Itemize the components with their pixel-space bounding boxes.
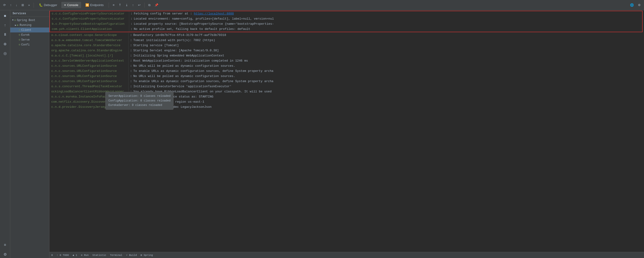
- log-colon: :: [129, 11, 134, 16]
- status-bar: 0 ↑ 0 TODO ▲ 1 ⊙ Run Statistic Terminal …: [50, 252, 644, 258]
- log-message: You already have RibbonLoadBalancerClien…: [133, 89, 644, 94]
- list-button[interactable]: ≡: [2, 241, 9, 249]
- log-message: BeanFactory id=0b7b7fce-6fc4-3170-bc7f-a…: [133, 33, 644, 38]
- tab-console-label: Console: [67, 3, 78, 7]
- toolbar-separator-1: [34, 2, 34, 8]
- toolbar: ⟳ ↑ ↓ ⊞ » 🐛 Debugger ≡ Console 🔀 Endpoin…: [0, 0, 644, 10]
- log-source: o.a.c.c.C.[Tomcat].[localhost].[/]: [50, 53, 129, 58]
- sidebar-tree: ▼ ⚙ Spring Boot ▶ ▶ Running ⚙ Client ⚙ E…: [10, 17, 49, 258]
- log-line: com.yzh.client1.ClientApplication : No a…: [50, 26, 642, 32]
- log-line: o.s.cloud.context.scope.GenericScope : B…: [50, 33, 644, 38]
- sidebar-item-eureka[interactable]: ⚙ Eurek: [10, 32, 49, 37]
- log-message: Setting initial instance status as: STAR…: [133, 94, 644, 99]
- log-message: Using JSON encoding codec LegacyJacksonJ…: [133, 104, 644, 110]
- sidebar-item-running[interactable]: ▶ ▶ Running: [10, 23, 49, 28]
- status-item-spring[interactable]: ⊞ Spring: [140, 254, 153, 256]
- status-item-todo[interactable]: ↑ 0 TODO: [57, 254, 69, 256]
- log-colon: :: [129, 26, 134, 32]
- config-icon: ⚙: [19, 43, 20, 46]
- log-message: Initializing Eureka in region us-east-1: [133, 99, 644, 104]
- log-message: Tomcat initialized with port(s): 7882 (h…: [133, 38, 644, 43]
- log-colon: :: [129, 48, 133, 53]
- debugger-icon: 🐛: [39, 3, 43, 7]
- wrap-btn[interactable]: ↩: [137, 2, 142, 8]
- eureka-icon: ⚙: [19, 33, 20, 36]
- stop-button[interactable]: ■: [2, 12, 9, 20]
- status-item-build[interactable]: ⚡ Build: [126, 254, 137, 256]
- settings-button[interactable]: ⚙: [636, 2, 642, 8]
- log-message: Initializing Spring embedded WebApplicat…: [133, 53, 644, 58]
- log-source: c.c.c.ConfigServicePropertySourceLocator: [50, 16, 129, 22]
- pin-btn[interactable]: 📌: [153, 2, 160, 8]
- eureka-label: Eurek: [21, 33, 30, 36]
- log-source: o.s.cloud.context.scope.GenericScope: [50, 33, 129, 38]
- running-arrow: ▶: [15, 24, 16, 26]
- status-item-warning: ▲ 1: [72, 254, 77, 256]
- sidebar-item-spring-boot[interactable]: ▼ ⚙ Spring Boot: [10, 18, 49, 23]
- log-colon: :: [129, 74, 133, 79]
- config-server-link[interactable]: https://localhost:8888: [194, 12, 234, 16]
- endpoints-icon: 🔀: [85, 3, 89, 7]
- log-source: com.yzh.client1.ClientApplication: [50, 26, 129, 32]
- globe-button[interactable]: 🌐: [628, 2, 635, 8]
- log-line: c.c.c.ConfigServicePropertySourceLocator…: [50, 16, 642, 22]
- log-scroll[interactable]: c.c.c.ConfigServicePropertySourceLocator…: [50, 10, 644, 252]
- menu-icon-btn[interactable]: ≡: [111, 2, 116, 8]
- camera-button[interactable]: ◎: [2, 50, 9, 57]
- tab-debugger[interactable]: 🐛 Debugger: [36, 2, 60, 8]
- sidebar-item-server[interactable]: ⚙ Serve: [10, 37, 49, 42]
- settings2-button[interactable]: ⚙: [2, 250, 9, 258]
- tooltip-line-1: ServerApplication: 0 classes reloaded: [108, 94, 170, 98]
- log-source-standard-engine: org.apache.catalina.core.StandardEngine: [50, 48, 129, 53]
- log-line: c.n.c.sources.URLConfigurationSource : T…: [50, 68, 644, 74]
- sidebar-item-config[interactable]: ⚙ Confi: [10, 42, 49, 47]
- tab-console[interactable]: ≡ Console: [61, 2, 81, 8]
- pause-button[interactable]: ⏸: [2, 31, 9, 38]
- status-item-statistic[interactable]: Statistic: [92, 254, 106, 256]
- log-message: No URLs will be polled as dynamic config…: [133, 64, 644, 68]
- download-btn[interactable]: ⤓: [124, 2, 130, 8]
- log-message: Starting service [Tomcat]: [133, 43, 644, 48]
- console-main: c.c.c.ConfigServicePropertySourceLocator…: [50, 10, 644, 258]
- log-line: o.s.b.w.embedded.tomcat.TomcatWebServer …: [50, 38, 644, 43]
- rerun-button[interactable]: ⟳: [2, 2, 7, 8]
- more-button[interactable]: »: [27, 2, 31, 8]
- toolbar-right: 🌐 ⚙: [628, 2, 642, 8]
- log-source: o.s.s.concurrent.ThreadPoolTaskExecutor: [50, 84, 129, 89]
- log-colon: :: [129, 43, 133, 48]
- tooltip-line-2: ConfigApplication: 0 classes reloaded: [108, 99, 170, 103]
- log-line: org.apache.catalina.core.StandardEngine …: [50, 48, 644, 53]
- spring-boot-label: Spring Boot: [17, 19, 35, 22]
- status-item-terminal[interactable]: Terminal: [110, 254, 122, 256]
- log-line: c.n.c.sources.URLConfigurationSource : N…: [50, 74, 644, 79]
- log-source: c.n.c.sources.URLConfigurationSource: [50, 68, 129, 74]
- config-label: Confi: [21, 43, 30, 46]
- log-source: c.n.c.sources.URLConfigurationSource: [50, 64, 129, 68]
- step-up-btn[interactable]: ↑: [131, 2, 135, 8]
- sidebar-item-client[interactable]: ⚙ Client: [10, 28, 49, 32]
- copy-btn[interactable]: ⧉: [147, 2, 152, 8]
- log-message: Located property source: [BootstrapPrope…: [134, 22, 642, 26]
- left-icon-panel: ■ ↑ ⏸ ⊕ ◎ ≡ ⚙: [0, 10, 10, 258]
- log-source: o.apache.catalina.core.StandardService: [50, 43, 129, 48]
- log-colon: :: [129, 58, 133, 64]
- log-message: No active profile set, falling back to d…: [134, 26, 642, 32]
- tab-endpoints[interactable]: 🔀 Endpoints: [82, 2, 106, 8]
- scroll-down-button[interactable]: ↓: [14, 2, 19, 8]
- log-colon: :: [129, 53, 133, 58]
- up-button[interactable]: ↑: [2, 22, 9, 29]
- client-icon: ⚙: [19, 28, 20, 32]
- log-message: Located environment: name=config, profil…: [134, 16, 642, 22]
- log-line: o.apache.catalina.core.StandardService :…: [50, 43, 644, 48]
- grid-button[interactable]: ⊞: [20, 2, 26, 8]
- app-window: ⟳ ↑ ↓ ⊞ » 🐛 Debugger ≡ Console 🔀 Endpoin…: [0, 0, 644, 258]
- upload-btn[interactable]: ⤒: [117, 2, 123, 8]
- log-source-servlet-ctx: w.s.c.ServletWebServerApplicationContext: [50, 58, 129, 64]
- scroll-up-button[interactable]: ↑: [9, 2, 13, 8]
- bookmark-button[interactable]: ⊕: [2, 40, 9, 48]
- status-item-run[interactable]: ⊙ Run: [81, 254, 88, 256]
- log-colon: :: [129, 16, 134, 22]
- log-colon: :: [129, 79, 133, 84]
- tooltip-line-3: EurekaServer: 0 classes reloaded: [108, 103, 170, 108]
- server-icon: ⚙: [19, 38, 20, 42]
